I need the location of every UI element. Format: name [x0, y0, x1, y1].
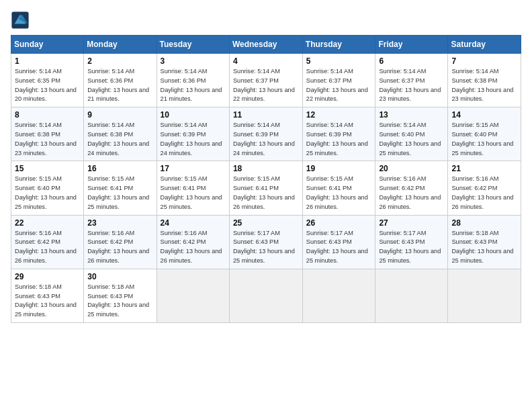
calendar-cell	[157, 269, 229, 322]
calendar-cell: 28Sunrise: 5:18 AMSunset: 6:43 PMDayligh…	[448, 215, 521, 269]
day-info: Sunrise: 5:14 AMSunset: 6:37 PMDaylight:…	[306, 67, 372, 104]
day-number: 16	[87, 164, 152, 173]
day-info: Sunrise: 5:15 AMSunset: 6:41 PMDaylight:…	[233, 175, 299, 212]
calendar-cell: 18Sunrise: 5:15 AMSunset: 6:41 PMDayligh…	[229, 161, 302, 215]
calendar-cell: 10Sunrise: 5:14 AMSunset: 6:39 PMDayligh…	[157, 107, 229, 161]
calendar-cell: 19Sunrise: 5:15 AMSunset: 6:41 PMDayligh…	[302, 161, 375, 215]
day-number: 21	[451, 164, 517, 173]
calendar-cell: 11Sunrise: 5:14 AMSunset: 6:39 PMDayligh…	[229, 107, 302, 161]
calendar-cell: 20Sunrise: 5:16 AMSunset: 6:42 PMDayligh…	[375, 161, 448, 215]
day-number: 15	[15, 164, 80, 173]
calendar-cell	[375, 269, 448, 322]
calendar-cell: 16Sunrise: 5:15 AMSunset: 6:41 PMDayligh…	[84, 161, 157, 215]
day-number: 9	[87, 110, 152, 120]
day-info: Sunrise: 5:18 AMSunset: 6:43 PMDaylight:…	[15, 283, 80, 320]
calendar-cell: 29Sunrise: 5:18 AMSunset: 6:43 PMDayligh…	[11, 269, 84, 322]
logo	[11, 11, 32, 30]
day-number: 13	[379, 110, 444, 120]
calendar-cell: 2Sunrise: 5:14 AMSunset: 6:36 PMDaylight…	[84, 54, 157, 107]
day-number: 26	[306, 218, 372, 228]
day-info: Sunrise: 5:14 AMSunset: 6:38 PMDaylight:…	[451, 67, 517, 104]
day-number: 3	[161, 56, 226, 66]
calendar-week-5: 29Sunrise: 5:18 AMSunset: 6:43 PMDayligh…	[11, 269, 521, 322]
calendar-cell: 14Sunrise: 5:15 AMSunset: 6:40 PMDayligh…	[448, 107, 521, 161]
day-number: 10	[161, 110, 226, 120]
day-info: Sunrise: 5:14 AMSunset: 6:37 PMDaylight:…	[233, 67, 299, 104]
calendar-cell: 6Sunrise: 5:14 AMSunset: 6:37 PMDaylight…	[375, 54, 448, 107]
calendar-week-4: 22Sunrise: 5:16 AMSunset: 6:42 PMDayligh…	[11, 215, 521, 269]
day-info: Sunrise: 5:14 AMSunset: 6:36 PMDaylight:…	[87, 67, 152, 104]
column-header-monday: Monday	[84, 36, 157, 54]
day-info: Sunrise: 5:16 AMSunset: 6:42 PMDaylight:…	[451, 175, 517, 212]
column-header-thursday: Thursday	[302, 36, 375, 54]
day-number: 8	[15, 110, 80, 120]
calendar-cell: 27Sunrise: 5:17 AMSunset: 6:43 PMDayligh…	[375, 215, 448, 269]
day-number: 2	[87, 56, 152, 66]
day-number: 4	[233, 56, 299, 66]
day-info: Sunrise: 5:14 AMSunset: 6:37 PMDaylight:…	[379, 67, 444, 104]
column-header-wednesday: Wednesday	[229, 36, 302, 54]
calendar-cell: 21Sunrise: 5:16 AMSunset: 6:42 PMDayligh…	[448, 161, 521, 215]
calendar-table: SundayMondayTuesdayWednesdayThursdayFrid…	[11, 35, 521, 323]
day-info: Sunrise: 5:15 AMSunset: 6:41 PMDaylight:…	[161, 175, 226, 212]
calendar-cell: 12Sunrise: 5:14 AMSunset: 6:39 PMDayligh…	[302, 107, 375, 161]
day-info: Sunrise: 5:16 AMSunset: 6:42 PMDaylight:…	[15, 229, 80, 266]
day-info: Sunrise: 5:17 AMSunset: 6:43 PMDaylight:…	[306, 229, 372, 266]
day-info: Sunrise: 5:16 AMSunset: 6:42 PMDaylight:…	[161, 229, 226, 266]
day-number: 30	[87, 272, 152, 281]
day-info: Sunrise: 5:14 AMSunset: 6:36 PMDaylight:…	[161, 67, 226, 104]
day-info: Sunrise: 5:17 AMSunset: 6:43 PMDaylight:…	[379, 229, 444, 266]
calendar-cell: 9Sunrise: 5:14 AMSunset: 6:38 PMDaylight…	[84, 107, 157, 161]
calendar-cell: 3Sunrise: 5:14 AMSunset: 6:36 PMDaylight…	[157, 54, 229, 107]
calendar-cell	[229, 269, 302, 322]
calendar-cell: 5Sunrise: 5:14 AMSunset: 6:37 PMDaylight…	[302, 54, 375, 107]
calendar-week-2: 8Sunrise: 5:14 AMSunset: 6:38 PMDaylight…	[11, 107, 521, 161]
column-header-tuesday: Tuesday	[157, 36, 229, 54]
day-number: 7	[451, 56, 517, 66]
calendar-cell: 30Sunrise: 5:18 AMSunset: 6:43 PMDayligh…	[84, 269, 157, 322]
day-info: Sunrise: 5:14 AMSunset: 6:35 PMDaylight:…	[15, 67, 80, 104]
calendar-cell: 26Sunrise: 5:17 AMSunset: 6:43 PMDayligh…	[302, 215, 375, 269]
day-number: 28	[451, 218, 517, 228]
calendar-cell: 13Sunrise: 5:14 AMSunset: 6:40 PMDayligh…	[375, 107, 448, 161]
day-info: Sunrise: 5:14 AMSunset: 6:38 PMDaylight:…	[15, 121, 80, 158]
calendar-cell: 25Sunrise: 5:17 AMSunset: 6:43 PMDayligh…	[229, 215, 302, 269]
day-number: 12	[306, 110, 372, 120]
calendar-header-row: SundayMondayTuesdayWednesdayThursdayFrid…	[11, 36, 521, 54]
calendar-cell: 7Sunrise: 5:14 AMSunset: 6:38 PMDaylight…	[448, 54, 521, 107]
column-header-saturday: Saturday	[448, 36, 521, 54]
calendar-cell	[302, 269, 375, 322]
column-header-friday: Friday	[375, 36, 448, 54]
day-number: 6	[379, 56, 444, 66]
calendar-cell: 23Sunrise: 5:16 AMSunset: 6:42 PMDayligh…	[84, 215, 157, 269]
day-info: Sunrise: 5:15 AMSunset: 6:41 PMDaylight:…	[306, 175, 372, 212]
calendar-cell: 15Sunrise: 5:15 AMSunset: 6:40 PMDayligh…	[11, 161, 84, 215]
day-number: 29	[15, 272, 80, 281]
day-info: Sunrise: 5:14 AMSunset: 6:39 PMDaylight:…	[306, 121, 372, 158]
day-number: 18	[233, 164, 299, 173]
day-info: Sunrise: 5:14 AMSunset: 6:40 PMDaylight:…	[379, 121, 444, 158]
day-number: 11	[233, 110, 299, 120]
calendar-cell: 1Sunrise: 5:14 AMSunset: 6:35 PMDaylight…	[11, 54, 84, 107]
calendar-cell: 4Sunrise: 5:14 AMSunset: 6:37 PMDaylight…	[229, 54, 302, 107]
column-header-sunday: Sunday	[11, 36, 84, 54]
day-info: Sunrise: 5:15 AMSunset: 6:41 PMDaylight:…	[87, 175, 152, 212]
day-info: Sunrise: 5:15 AMSunset: 6:40 PMDaylight:…	[451, 121, 517, 158]
calendar-cell	[448, 269, 521, 322]
day-number: 23	[87, 218, 152, 228]
day-info: Sunrise: 5:16 AMSunset: 6:42 PMDaylight:…	[379, 175, 444, 212]
day-number: 22	[15, 218, 80, 228]
day-number: 25	[233, 218, 299, 228]
day-number: 1	[15, 56, 80, 66]
calendar-cell: 8Sunrise: 5:14 AMSunset: 6:38 PMDaylight…	[11, 107, 84, 161]
day-info: Sunrise: 5:15 AMSunset: 6:40 PMDaylight:…	[15, 175, 80, 212]
day-info: Sunrise: 5:14 AMSunset: 6:39 PMDaylight:…	[233, 121, 299, 158]
day-number: 24	[161, 218, 226, 228]
day-number: 17	[161, 164, 226, 173]
day-info: Sunrise: 5:16 AMSunset: 6:42 PMDaylight:…	[87, 229, 152, 266]
day-info: Sunrise: 5:18 AMSunset: 6:43 PMDaylight:…	[451, 229, 517, 266]
day-number: 19	[306, 164, 372, 173]
calendar-cell: 22Sunrise: 5:16 AMSunset: 6:42 PMDayligh…	[11, 215, 84, 269]
day-number: 20	[379, 164, 444, 173]
day-number: 14	[451, 110, 517, 120]
